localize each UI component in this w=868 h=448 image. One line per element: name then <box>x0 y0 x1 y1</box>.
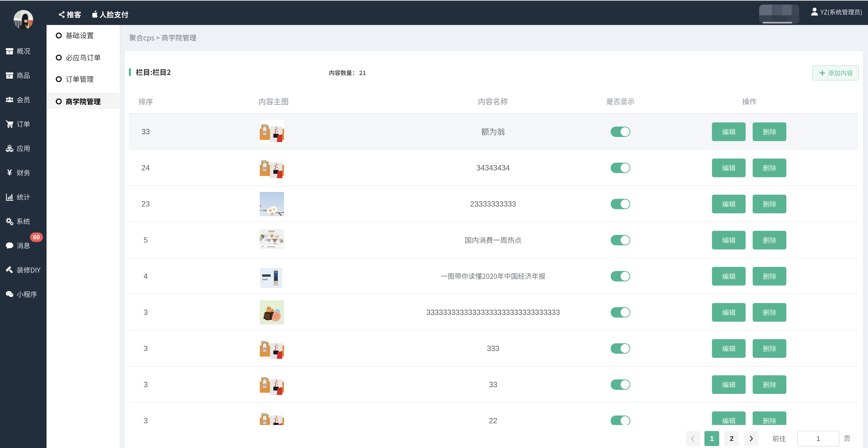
svg-text:¥: ¥ <box>7 169 12 177</box>
